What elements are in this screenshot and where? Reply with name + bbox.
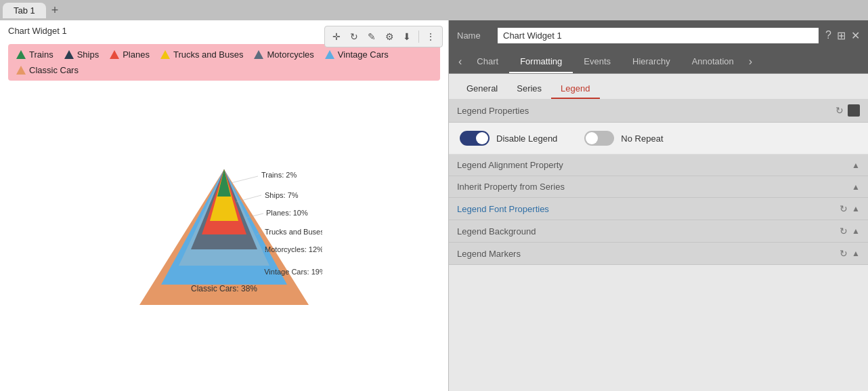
legend-font-chevron: ▲	[852, 204, 860, 213]
help-icon[interactable]: ?	[825, 29, 831, 41]
label-vintage: Vintage Cars: 19%	[264, 268, 322, 276]
sub-tab-series[interactable]: Series	[507, 79, 551, 99]
right-panel: Name ? ⊞ ✕ ‹ Chart Formatting Events Hie…	[448, 20, 868, 391]
main-tabs-row: ‹ Chart Formatting Events Hierarchy Anno…	[449, 50, 868, 74]
name-bar: Name ? ⊞ ✕	[449, 20, 868, 50]
legend-label-trucks: Trucks and Buses	[173, 49, 244, 60]
legend-markers-label: Legend Markers	[457, 249, 521, 259]
planes-icon	[110, 50, 119, 59]
legend-item-trucks: Trucks and Buses	[160, 49, 244, 60]
toolbar: ✛ ↻ ✎ ⚙ ⬇ ⋮	[324, 26, 443, 47]
name-icons: ? ⊞ ✕	[825, 29, 860, 42]
pyramid-chart: Trains: 2% Ships: 7% Planes: 10% Trucks …	[126, 156, 322, 318]
legend-alignment-chevron: ▲	[852, 161, 860, 170]
section-legend-font: Legend Font Properties ↻ ▲	[449, 198, 868, 220]
toolbar-more-icon[interactable]: ⋮	[423, 29, 438, 44]
toolbar-edit-icon[interactable]: ✎	[364, 29, 379, 44]
legend-properties-refresh-icon[interactable]: ↻	[836, 105, 844, 116]
no-repeat-toggle[interactable]	[584, 131, 614, 146]
legend-font-label: Legend Font Properties	[457, 204, 549, 214]
toolbar-move-icon[interactable]: ✛	[329, 29, 344, 44]
section-legend-properties: Legend Properties ↻	[449, 99, 868, 155]
toolbar-divider	[418, 30, 419, 43]
inherit-property-label: Inherit Property from Series	[457, 182, 565, 192]
main-layout: Chart Widget 1 ✛ ↻ ✎ ⚙ ⬇ ⋮ Trains Ships	[0, 20, 868, 391]
legend-properties-icons: ↻	[836, 104, 860, 117]
tab-nav-right[interactable]: ›	[745, 50, 756, 73]
legend-markers-header[interactable]: Legend Markers ↻ ▲	[449, 243, 868, 265]
legend-item-classic: Classic Cars	[16, 65, 79, 75]
section-legend-background: Legend Background ↻ ▲	[449, 220, 868, 243]
legend-background-icons: ↻ ▲	[840, 226, 860, 236]
toolbar-refresh-icon[interactable]: ↻	[347, 29, 362, 44]
expand-icon[interactable]: ⊞	[837, 29, 846, 42]
tab-1[interactable]: Tab 1	[3, 3, 46, 18]
sub-tab-legend[interactable]: Legend	[551, 79, 599, 99]
legend-item-motorcycles: Motorcycles	[254, 49, 313, 60]
legend-markers-refresh-icon[interactable]: ↻	[840, 248, 848, 259]
tab-events[interactable]: Events	[573, 51, 622, 73]
legend-label-classic: Classic Cars	[29, 65, 79, 75]
toolbar-settings-icon[interactable]: ⚙	[382, 29, 397, 44]
name-input[interactable]	[498, 28, 819, 43]
label-ships: Ships: 7%	[265, 191, 299, 199]
legend-label-ships: Ships	[77, 49, 100, 60]
legend-item-planes: Planes	[110, 49, 150, 60]
legend-font-header[interactable]: Legend Font Properties ↻ ▲	[449, 198, 868, 220]
disable-legend-label: Disable Legend	[496, 133, 557, 144]
tab-chart[interactable]: Chart	[466, 51, 509, 73]
motorcycles-icon	[254, 50, 263, 59]
toolbar-download-icon[interactable]: ⬇	[399, 29, 414, 44]
no-repeat-thumb	[586, 132, 598, 144]
tab-1-label: Tab 1	[14, 5, 35, 16]
legend-background-label: Legend Background	[457, 226, 536, 236]
no-repeat-label: No Repeat	[621, 133, 663, 144]
tab-hierarchy[interactable]: Hierarchy	[622, 51, 681, 73]
widget-title: Chart Widget 1	[8, 26, 67, 36]
label-classic: Classic Cars: 38%	[191, 284, 257, 293]
legend-markers-chevron: ▲	[852, 249, 860, 258]
close-icon[interactable]: ✕	[851, 29, 860, 42]
trucks-icon	[160, 50, 170, 59]
legend-area: Trains Ships Planes Trucks and Buses Mot…	[8, 44, 440, 81]
legend-properties-header: Legend Properties ↻	[449, 99, 868, 123]
sub-tab-general[interactable]: General	[457, 79, 507, 99]
name-label: Name	[457, 30, 491, 41]
label-planes: Planes: 10%	[266, 209, 308, 217]
legend-properties-content: Disable Legend No Repeat	[449, 123, 868, 155]
legend-properties-dark-square[interactable]	[848, 104, 860, 117]
legend-alignment-header[interactable]: Legend Alignment Property ▲	[449, 155, 868, 176]
legend-item-trains: Trains	[16, 49, 53, 60]
no-repeat-track	[584, 131, 614, 146]
legend-properties-label: Legend Properties	[457, 106, 529, 116]
legend-font-refresh-icon[interactable]: ↻	[840, 203, 848, 214]
legend-item-vintage: Vintage Cars	[325, 49, 389, 60]
legend-background-chevron: ▲	[852, 226, 860, 236]
section-inherit-property: Inherit Property from Series ▲	[449, 176, 868, 198]
vintage-icon	[325, 50, 334, 59]
tab-formatting[interactable]: Formatting	[509, 51, 573, 73]
legend-label-planes: Planes	[123, 49, 150, 60]
legend-font-icons: ↻ ▲	[840, 203, 860, 214]
legend-background-header[interactable]: Legend Background ↻ ▲	[449, 220, 868, 243]
legend-label-motorcycles: Motorcycles	[267, 49, 313, 60]
tab-annotation[interactable]: Annotation	[681, 51, 745, 73]
left-panel: Chart Widget 1 ✛ ↻ ✎ ⚙ ⬇ ⋮ Trains Ships	[0, 20, 448, 391]
label-trains: Trains: 2%	[261, 171, 297, 179]
sub-tabs: General Series Legend	[449, 74, 868, 99]
disable-legend-toggle[interactable]	[460, 131, 490, 146]
disable-legend-track	[460, 131, 490, 146]
tab-nav-left[interactable]: ‹	[454, 50, 466, 73]
legend-label-trains: Trains	[29, 49, 53, 60]
toggle-row: Disable Legend No Repeat	[460, 131, 857, 146]
add-tab-button[interactable]: +	[46, 3, 64, 18]
inherit-property-header[interactable]: Inherit Property from Series ▲	[449, 176, 868, 198]
legend-alignment-label: Legend Alignment Property	[457, 160, 563, 170]
legend-item-ships: Ships	[64, 49, 100, 60]
inherit-property-chevron: ▲	[852, 182, 860, 192]
legend-background-refresh-icon[interactable]: ↻	[840, 226, 848, 236]
no-repeat-toggle-item: No Repeat	[584, 131, 663, 146]
disable-legend-toggle-item: Disable Legend	[460, 131, 557, 146]
ships-icon	[64, 50, 74, 59]
legend-markers-icons: ↻ ▲	[840, 248, 860, 259]
